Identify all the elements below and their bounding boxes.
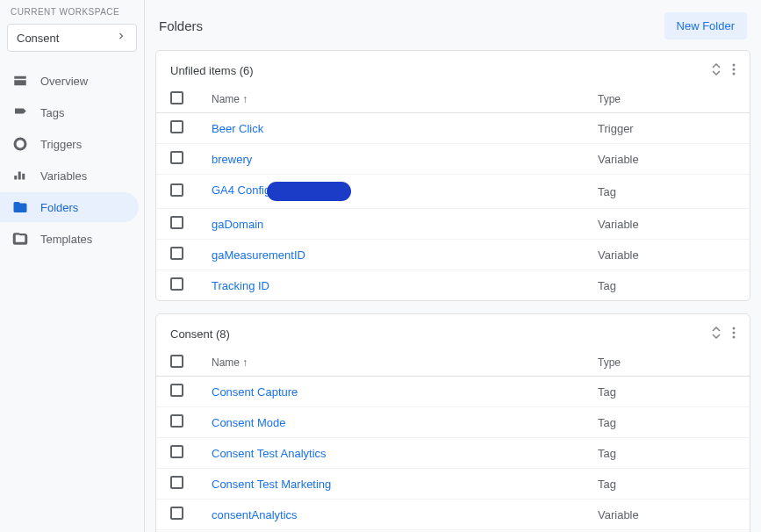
select-all-checkbox[interactable] [170, 355, 183, 368]
nav-list: Overview Tags Triggers Variables Folders [0, 62, 144, 255]
table-row: Consent Test AnalyticsTag [156, 438, 750, 469]
card-actions [711, 327, 736, 341]
column-header-type[interactable]: Type [584, 86, 750, 113]
item-type: Tag [584, 377, 750, 407]
workspace-header: CURRENT WORKSPACE [0, 0, 144, 20]
folder-icon [12, 199, 28, 215]
redaction-mark [267, 182, 351, 201]
card-header: Unfiled items (6) [156, 51, 750, 86]
sidebar-item-label: Tags [40, 106, 64, 119]
item-type: Variable [584, 500, 750, 530]
column-header-type[interactable]: Type [584, 349, 750, 377]
sidebar-item-label: Overview [40, 75, 88, 88]
more-icon[interactable] [732, 63, 736, 77]
workspace-name: Consent [17, 32, 59, 45]
card-header: Consent (8) [156, 314, 750, 349]
page-title: Folders [159, 18, 203, 33]
item-type: Tag [584, 469, 750, 500]
table-row: Beer ClickTrigger [156, 113, 750, 144]
select-all-checkbox[interactable] [170, 91, 183, 104]
item-name-link[interactable]: Consent Test Marketing [212, 478, 331, 491]
variable-icon [12, 168, 28, 183]
item-type: Variable [584, 209, 750, 240]
svg-point-5 [733, 332, 736, 334]
item-name-link[interactable]: Beer Click [212, 122, 263, 135]
table-row: consentAnalyticsVariable [156, 500, 750, 530]
item-name-link[interactable]: Consent Capture [212, 385, 298, 399]
row-checkbox[interactable] [170, 414, 183, 428]
collapse-icon[interactable] [711, 327, 722, 341]
table-row: GA4 ConfigTag [156, 175, 750, 209]
folder-table: Name↑TypeConsent CaptureTagConsent ModeT… [156, 349, 750, 532]
row-checkbox[interactable] [170, 247, 183, 260]
row-checkbox[interactable] [170, 384, 183, 397]
item-name-link[interactable]: Tracking ID [212, 279, 269, 292]
folder-title: Unfiled items (6) [170, 64, 254, 77]
sidebar-item-tags[interactable]: Tags [0, 97, 139, 127]
folder-table: Name↑TypeBeer ClickTriggerbreweryVariabl… [156, 86, 750, 300]
item-name-link[interactable]: consentAnalytics [212, 508, 298, 521]
sidebar-item-label: Templates [40, 233, 92, 246]
new-folder-button[interactable]: New Folder [664, 12, 747, 40]
item-name-link[interactable]: Consent Test Analytics [212, 447, 327, 460]
item-type: Tag [584, 407, 750, 438]
template-icon [12, 231, 28, 247]
sidebar-item-variables[interactable]: Variables [0, 161, 139, 191]
tag-icon [12, 104, 28, 120]
table-row: gaMeasurementIDVariable [156, 240, 750, 270]
item-type: Tag [584, 175, 750, 209]
folder-title: Consent (8) [170, 327, 230, 341]
workspace-selector[interactable]: Consent [7, 24, 137, 52]
sidebar-item-overview[interactable]: Overview [0, 66, 139, 96]
card-actions [711, 63, 736, 77]
item-type: Variable [584, 240, 750, 270]
sidebar: CURRENT WORKSPACE Consent Overview Tags … [0, 0, 145, 532]
sidebar-item-label: Variables [40, 169, 87, 183]
table-row: Consent Test MarketingTag [156, 469, 750, 500]
row-checkbox[interactable] [170, 183, 183, 197]
chevron-right-icon [115, 30, 127, 46]
item-name-link[interactable]: gaDomain [212, 218, 263, 231]
row-checkbox[interactable] [170, 476, 183, 489]
item-type: Tag [584, 270, 750, 301]
column-header-name[interactable]: Name↑ [197, 349, 584, 377]
svg-point-4 [733, 327, 736, 330]
sidebar-item-label: Triggers [40, 138, 82, 151]
row-checkbox[interactable] [170, 216, 183, 229]
main-content: Folders New Folder Unfiled items (6)Name… [145, 0, 761, 532]
svg-point-6 [733, 336, 736, 339]
item-name-link[interactable]: gaMeasurementID [212, 248, 305, 262]
more-icon[interactable] [732, 327, 736, 341]
folder-card: Unfiled items (6)Name↑TypeBeer ClickTrig… [155, 50, 750, 301]
sidebar-item-folders[interactable]: Folders [0, 192, 139, 222]
sort-arrow-icon: ↑ [242, 93, 248, 105]
page-header: Folders New Folder [155, 12, 750, 40]
item-type: Tag [584, 438, 750, 469]
folder-card: Consent (8)Name↑TypeConsent CaptureTagCo… [155, 313, 750, 532]
table-row: gaDomainVariable [156, 209, 750, 240]
collapse-icon[interactable] [711, 63, 722, 77]
table-row: Consent ModeTag [156, 407, 750, 438]
svg-point-1 [733, 64, 736, 67]
row-checkbox[interactable] [170, 120, 183, 133]
item-type: Variable [584, 144, 750, 175]
sidebar-item-templates[interactable]: Templates [0, 224, 139, 254]
item-type: Trigger [584, 113, 750, 144]
svg-point-3 [733, 73, 736, 75]
sidebar-item-triggers[interactable]: Triggers [0, 129, 139, 159]
row-checkbox[interactable] [170, 507, 183, 520]
item-name-link[interactable]: brewery [212, 153, 252, 166]
workspace-label: CURRENT WORKSPACE [11, 7, 133, 17]
table-row: breweryVariable [156, 144, 750, 175]
sidebar-item-label: Folders [40, 201, 78, 214]
sort-arrow-icon: ↑ [242, 356, 248, 369]
svg-rect-0 [14, 234, 26, 244]
table-row: Tracking IDTag [156, 270, 750, 301]
item-name-link[interactable]: GA4 Config [212, 183, 270, 197]
row-checkbox[interactable] [170, 445, 183, 458]
column-header-name[interactable]: Name↑ [197, 86, 584, 113]
item-name-link[interactable]: Consent Mode [212, 416, 286, 429]
row-checkbox[interactable] [170, 277, 183, 291]
row-checkbox[interactable] [170, 151, 183, 164]
table-row: Consent CaptureTag [156, 377, 750, 407]
